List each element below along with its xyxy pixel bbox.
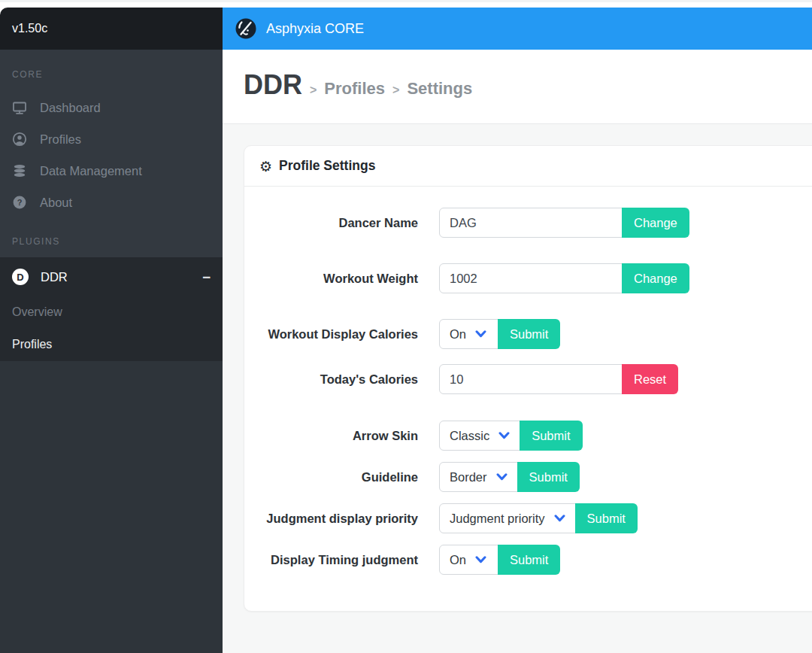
sidebar-subitem-overview[interactable]: Overview xyxy=(0,296,223,329)
form-row-display-timing-judgment: Display Timing judgmentOnSubmit xyxy=(259,545,807,575)
sidebar-item-label: DDR xyxy=(41,270,68,284)
field-label: Workout Weight xyxy=(259,268,418,289)
today-s-calories-reset-button[interactable]: Reset xyxy=(622,364,678,394)
chevron-down-icon xyxy=(475,330,486,338)
workout-weight-change-button[interactable]: Change xyxy=(622,263,689,293)
chevron-down-icon xyxy=(554,515,565,522)
sidebar-filler xyxy=(0,361,223,653)
core-nav: DashboardProfilesData Management?About xyxy=(0,92,223,218)
asphyxia-logo-icon xyxy=(235,17,257,40)
display-timing-judgment-select[interactable]: On xyxy=(439,545,498,575)
sidebar-item-label: Profiles xyxy=(40,132,81,147)
app-title: Asphyxia CORE xyxy=(266,21,364,37)
workout-display-calories-submit-button[interactable]: Submit xyxy=(498,319,560,349)
chevron-down-icon xyxy=(496,473,508,481)
page-title: DDR xyxy=(244,69,302,101)
sidebar-item-profiles[interactable]: Profiles xyxy=(0,123,223,155)
sidebar-section-plugins: PLUGINS xyxy=(0,218,223,257)
form-row-guideline: GuidelineBorderSubmit xyxy=(259,462,807,492)
input-group: Judgment prioritySubmit xyxy=(439,503,638,533)
window-top-strip xyxy=(0,0,812,8)
input-group: ClassicSubmit xyxy=(439,421,583,451)
collapse-minus-icon: − xyxy=(202,270,211,284)
form-row-arrow-skin: Arrow SkinClassicSubmit xyxy=(259,421,807,451)
breadcrumb-profiles[interactable]: Profiles xyxy=(324,79,385,99)
input-group: OnSubmit xyxy=(439,319,560,349)
judgment-display-priority-select[interactable]: Judgment priority xyxy=(439,503,576,533)
sidebar: v1.50c CORE DashboardProfilesData Manage… xyxy=(0,8,223,653)
sidebar-item-label: Dashboard xyxy=(40,101,101,115)
sidebar-item-data-management[interactable]: Data Management xyxy=(0,155,223,187)
form-row-dancer-name: Dancer NameChange xyxy=(259,208,807,238)
judgment-display-priority-submit-button[interactable]: Submit xyxy=(575,503,638,533)
ddr-plugin-icon: D xyxy=(12,269,29,285)
sidebar-subitem-profiles[interactable]: Profiles xyxy=(0,329,223,361)
form-row-today-s-calories: Today's CaloriesReset xyxy=(259,364,807,394)
profile-settings-card: ⚙ Profile Settings Dancer NameChangeWork… xyxy=(244,145,812,612)
field-label: Today's Calories xyxy=(259,369,418,390)
database-icon xyxy=(12,163,27,178)
chevron-down-icon xyxy=(498,432,510,439)
form-row-judgment-display-priority: Judgment display priorityJudgment priori… xyxy=(259,503,807,533)
guideline-submit-button[interactable]: Submit xyxy=(517,462,580,492)
input-group: BorderSubmit xyxy=(439,462,580,492)
field-label: Arrow Skin xyxy=(259,425,418,446)
app-window: v1.50c CORE DashboardProfilesData Manage… xyxy=(0,0,812,653)
sidebar-item-ddr[interactable]: D DDR − xyxy=(0,257,223,296)
user-icon xyxy=(12,132,27,147)
arrow-skin-submit-button[interactable]: Submit xyxy=(520,421,582,451)
arrow-skin-select[interactable]: Classic xyxy=(439,421,520,451)
dancer-name-input[interactable] xyxy=(439,208,623,238)
breadcrumb: DDR>Profiles>Settings xyxy=(244,69,791,101)
input-group: Change xyxy=(439,208,689,238)
breadcrumb-settings[interactable]: Settings xyxy=(407,79,472,99)
today-s-calories-input[interactable] xyxy=(439,364,623,394)
help-icon: ? xyxy=(12,195,27,210)
version-label: v1.50c xyxy=(12,22,47,35)
field-label: Workout Display Calories xyxy=(259,323,418,345)
ddr-plugin-block: D DDR − OverviewProfiles xyxy=(0,257,223,361)
input-group: Change xyxy=(439,263,689,293)
input-group: Reset xyxy=(439,364,678,394)
display-timing-judgment-submit-button[interactable]: Submit xyxy=(498,545,560,575)
breadcrumb-separator: > xyxy=(392,84,399,97)
sidebar-item-label: About xyxy=(40,196,72,210)
field-label: Dancer Name xyxy=(259,212,418,233)
monitor-icon xyxy=(12,100,27,115)
dancer-name-change-button[interactable]: Change xyxy=(622,208,689,238)
chevron-down-icon xyxy=(475,556,486,563)
card-title: Profile Settings xyxy=(279,158,375,174)
sidebar-item-label: Data Management xyxy=(40,164,142,178)
guideline-select[interactable]: Border xyxy=(439,462,518,492)
field-label: Guideline xyxy=(259,466,418,487)
breadcrumb-separator: > xyxy=(310,84,317,97)
sidebar-section-core: CORE xyxy=(0,50,223,92)
sidebar-item-dashboard[interactable]: Dashboard xyxy=(0,92,223,123)
card-header: ⚙ Profile Settings xyxy=(244,146,812,187)
card-body: Dancer NameChangeWorkout WeightChangeWor… xyxy=(244,187,812,600)
version-badge: v1.50c xyxy=(0,8,223,50)
field-label: Judgment display priority xyxy=(259,508,418,529)
page-header: DDR>Profiles>Settings xyxy=(223,50,812,124)
content-area: ⚙ Profile Settings Dancer NameChangeWork… xyxy=(223,124,812,653)
input-group: OnSubmit xyxy=(439,545,560,575)
workout-weight-input[interactable] xyxy=(439,263,623,293)
ddr-submenu: OverviewProfiles xyxy=(0,296,223,361)
form-row-workout-display-calories: Workout Display CaloriesOnSubmit xyxy=(259,319,807,349)
top-app-bar: Asphyxia CORE xyxy=(223,8,812,50)
svg-text:?: ? xyxy=(17,198,23,207)
workout-display-calories-select[interactable]: On xyxy=(439,319,498,349)
form-row-workout-weight: Workout WeightChange xyxy=(259,263,807,293)
field-label: Display Timing judgment xyxy=(259,549,418,570)
gear-icon: ⚙ xyxy=(259,159,272,174)
sidebar-item-about[interactable]: ?About xyxy=(0,187,223,218)
